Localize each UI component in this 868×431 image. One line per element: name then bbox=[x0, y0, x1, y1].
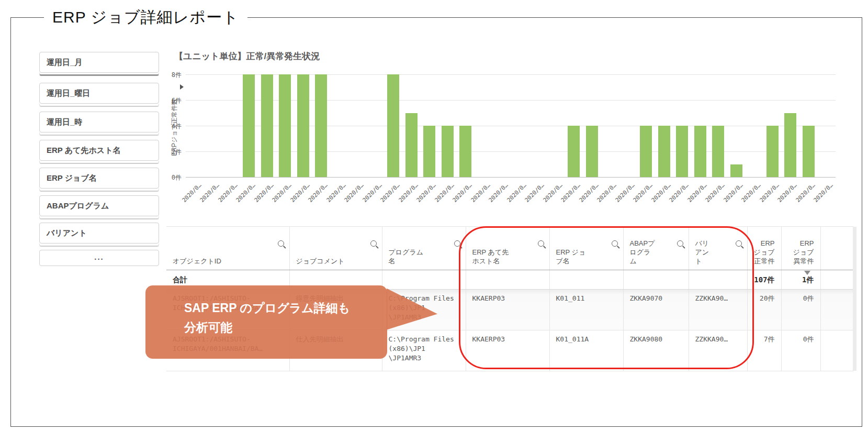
column-header-0[interactable]: オブジェクトID bbox=[166, 227, 289, 270]
search-icon[interactable] bbox=[736, 240, 742, 247]
filter-list-edge bbox=[39, 216, 159, 219]
table-scrollbar[interactable] bbox=[853, 227, 856, 371]
bar-28[interactable] bbox=[694, 126, 706, 177]
column-header-5[interactable]: ABAPプ ログラ ム bbox=[623, 227, 689, 270]
totals-empty-cell bbox=[466, 270, 549, 290]
bar-12[interactable] bbox=[405, 113, 418, 178]
filter-button-2[interactable]: 運用日_時 bbox=[39, 112, 159, 132]
bar-27[interactable] bbox=[676, 126, 688, 177]
filter-list-edge bbox=[39, 189, 159, 192]
search-icon[interactable] bbox=[370, 240, 377, 247]
filter-list-edge bbox=[39, 132, 159, 136]
cell-normal[interactable]: 20件 bbox=[747, 290, 781, 330]
cell-job[interactable]: K01_011A bbox=[549, 330, 623, 371]
filter-button-1[interactable]: 運用日_曜日 bbox=[39, 83, 159, 104]
bar-21[interactable] bbox=[568, 126, 580, 177]
search-icon[interactable] bbox=[538, 240, 544, 247]
cell-blank[interactable] bbox=[820, 330, 853, 371]
bar-15[interactable] bbox=[459, 126, 471, 177]
bar-4[interactable] bbox=[261, 74, 273, 177]
cell-variant[interactable]: ZZKKA90… bbox=[689, 330, 747, 371]
sort-descending-icon[interactable] bbox=[804, 271, 810, 275]
totals-empty-cell bbox=[382, 270, 466, 290]
cell-normal[interactable]: 7件 bbox=[747, 330, 781, 371]
column-header-label: ABAPプ ログラ ム bbox=[630, 239, 655, 265]
callout-bubble: SAP ERP のプログラム詳細も 分析可能 bbox=[145, 285, 387, 359]
column-header-6[interactable]: バリ アン ト bbox=[689, 227, 747, 270]
filter-list-edge bbox=[39, 244, 159, 247]
filter-list-edge bbox=[39, 161, 159, 164]
column-header-1[interactable]: ジョブコメント bbox=[289, 227, 382, 270]
totals-normal-count: 107件 bbox=[747, 270, 781, 290]
bar-3[interactable] bbox=[243, 74, 255, 177]
cell-abnormal[interactable]: 0件 bbox=[781, 290, 820, 330]
search-icon[interactable] bbox=[454, 240, 460, 247]
bar-29[interactable] bbox=[712, 126, 724, 177]
filter-more-button[interactable]: ... bbox=[39, 250, 159, 266]
cell-abnormal[interactable]: 0件 bbox=[781, 330, 820, 371]
totals-empty-cell bbox=[820, 270, 853, 290]
search-icon[interactable] bbox=[677, 240, 683, 247]
column-header-label: ERP ジョブ 正常件 bbox=[754, 239, 775, 265]
search-icon[interactable] bbox=[612, 240, 618, 247]
filter-button-label: 運用日_時 bbox=[40, 112, 159, 132]
bar-13[interactable] bbox=[423, 126, 435, 177]
totals-empty-cell bbox=[623, 270, 689, 290]
column-header-8[interactable]: ERP ジョブ 異常件 bbox=[781, 227, 820, 270]
cell-host[interactable]: KKAERP03 bbox=[466, 330, 549, 371]
filter-button-0[interactable]: 運用日_月 bbox=[39, 52, 159, 73]
filter-list-edge bbox=[39, 104, 159, 107]
bar-34[interactable] bbox=[803, 126, 815, 177]
totals-empty-cell bbox=[689, 270, 747, 290]
cell-blank[interactable] bbox=[820, 290, 853, 330]
gridline bbox=[186, 177, 836, 178]
column-header-label: オブジェクトID bbox=[173, 257, 221, 265]
filter-button-3[interactable]: ERP あて先ホスト名 bbox=[39, 140, 159, 161]
cell-variant[interactable]: ZZKKA90… bbox=[689, 290, 747, 330]
bar-5[interactable] bbox=[279, 74, 291, 177]
filter-button-label: ERP あて先ホスト名 bbox=[40, 140, 159, 160]
column-header-4[interactable]: ERP ジョ ブ名 bbox=[549, 227, 623, 270]
page-title: ERP ジョブ詳細レポート bbox=[44, 5, 247, 29]
bar-chart-plot-area bbox=[186, 75, 836, 178]
filter-button-label: バリアント bbox=[40, 223, 159, 243]
bar-26[interactable] bbox=[658, 126, 670, 177]
cell-host[interactable]: KKAERP03 bbox=[466, 290, 549, 330]
filter-button-6[interactable]: バリアント bbox=[39, 223, 159, 244]
chart-title: 【ユニット単位】正常/異常発生状況 bbox=[174, 50, 320, 62]
bar-7[interactable] bbox=[315, 74, 327, 177]
bar-25[interactable] bbox=[640, 126, 652, 177]
filter-list-edge bbox=[39, 73, 159, 76]
filter-button-label: ABAPプログラム bbox=[40, 196, 159, 216]
callout-text-line1: SAP ERP のプログラム詳細も bbox=[184, 299, 387, 318]
filter-button-label: 運用日_月 bbox=[40, 52, 159, 72]
bar-6[interactable] bbox=[297, 74, 309, 177]
column-header-7[interactable]: ERP ジョブ 正常件 bbox=[747, 227, 781, 270]
search-icon[interactable] bbox=[278, 240, 284, 247]
expand-arrow-icon[interactable] bbox=[180, 84, 184, 90]
column-header-9[interactable] bbox=[820, 227, 853, 270]
bar-30[interactable] bbox=[730, 164, 742, 178]
filter-button-4[interactable]: ERP ジョブ名 bbox=[39, 168, 159, 189]
column-header-label: プログラム 名 bbox=[389, 248, 424, 265]
bar-11[interactable] bbox=[387, 74, 399, 177]
bar-32[interactable] bbox=[766, 126, 779, 177]
bar-14[interactable] bbox=[442, 126, 454, 177]
column-header-label: ジョブコメント bbox=[296, 257, 345, 265]
cell-job[interactable]: K01_011 bbox=[549, 290, 623, 330]
filter-button-label: 運用日_曜日 bbox=[40, 83, 159, 103]
cell-abap[interactable]: ZKKA9080 bbox=[623, 330, 689, 371]
bar-22[interactable] bbox=[586, 126, 598, 177]
column-header-label: バリ アン ト bbox=[695, 239, 709, 265]
column-header-2[interactable]: プログラム 名 bbox=[382, 227, 466, 270]
column-header-label: ERP あて先 ホスト名 bbox=[472, 248, 509, 265]
bar-33[interactable] bbox=[784, 113, 796, 178]
totals-abnormal-count: 1件 bbox=[781, 270, 820, 290]
column-header-label: ERP ジョ ブ名 bbox=[556, 248, 586, 265]
cell-abap[interactable]: ZKKA9070 bbox=[623, 290, 689, 330]
filter-button-5[interactable]: ABAPプログラム bbox=[39, 195, 159, 216]
column-header-3[interactable]: ERP あて先 ホスト名 bbox=[466, 227, 549, 270]
cell-program[interactable]: C:\Program Files (x86)\JP1 \JP1AMR3 bbox=[382, 330, 466, 371]
column-header-label: ERP ジョブ 異常件 bbox=[793, 239, 814, 265]
filter-button-label: ERP ジョブ名 bbox=[40, 168, 159, 188]
